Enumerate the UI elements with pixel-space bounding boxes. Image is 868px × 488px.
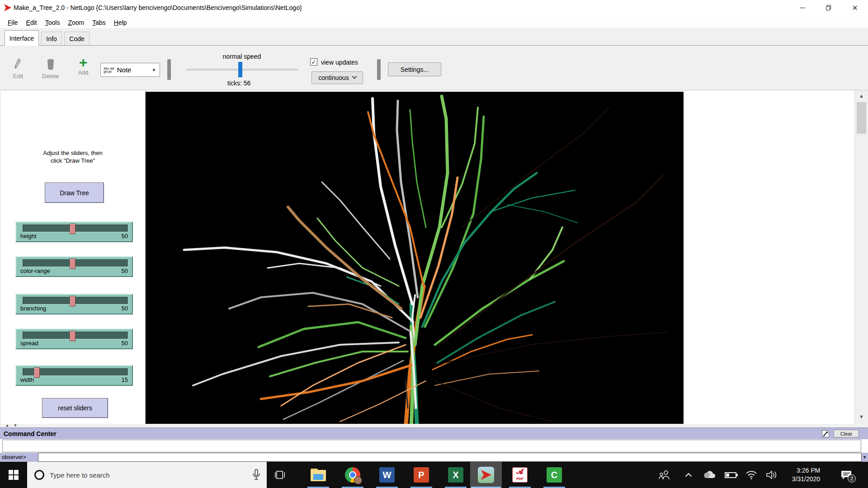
command-input[interactable] [38,453,862,462]
acrobat-pdf-icon: 𝓐PDF [512,467,528,483]
scroll-up-icon[interactable]: ▲ [855,93,868,99]
delete-widget-button[interactable]: Delete [39,57,62,80]
slider-branching[interactable]: branching 50 [15,294,133,314]
widget-type-dropdown[interactable]: Abc def ghi jkl Note ▼ [100,63,160,77]
tab-code[interactable]: Code [64,32,90,46]
vertical-scrollbar[interactable]: ▲ ▼ [854,90,868,424]
menu-edit[interactable]: Edit [22,18,41,28]
wifi-button[interactable] [742,462,760,488]
view-updates-checkbox[interactable]: ✓ [310,58,317,66]
slider-handle[interactable] [70,224,75,234]
instructions-note: Adjust the sliders, then click "Draw Tre… [9,149,136,164]
slider-handle[interactable] [70,331,75,341]
netlogo-button[interactable] [470,462,502,488]
settings-button[interactable]: Settings... [388,62,441,76]
interface-side-panel: Adjust the sliders, then click "Draw Tre… [0,90,146,424]
slider-handle[interactable] [34,367,40,378]
splitter-up-icon[interactable]: ▲ [5,423,9,427]
file-explorer-button[interactable] [304,462,333,488]
slider-handle[interactable] [70,258,75,269]
command-center-header: Command Center Clear [0,427,868,439]
clear-button[interactable]: Clear [834,430,859,437]
tray-expand-button[interactable] [680,462,697,488]
chevron-down-icon: ▼ [152,68,156,72]
chrome-button[interactable] [338,462,367,488]
task-view-button[interactable] [269,462,291,488]
toolbar-separator [377,59,381,80]
scroll-thumb[interactable] [857,102,866,134]
people-button[interactable] [655,462,675,488]
view-updates-label: view updates [321,59,358,66]
onedrive-button[interactable] [701,462,719,488]
window-title: Make_a_Tree_2.0 - NetLogo {C:\Users\larr… [14,4,302,11]
slider-spread[interactable]: spread 50 [15,328,133,349]
microphone-icon[interactable] [252,469,260,481]
tab-bar: Interface Info Code [0,29,868,45]
wifi-icon [745,470,757,479]
powerpoint-button[interactable]: P [407,462,436,488]
interface-toolbar: Edit Delete + Add Abc def ghi jkl Note ▼… [0,45,868,90]
onedrive-cloud-icon [703,471,716,479]
menu-tools[interactable]: Tools [41,18,64,28]
clock[interactable]: 3:26 PM 3/31/2020 [781,462,831,488]
acrobat-button[interactable]: 𝓐PDF [505,462,534,488]
slider-width[interactable]: width 15 [15,365,133,386]
camtasia-button[interactable]: C [540,462,569,488]
edit-widget-button[interactable]: Edit [8,57,28,80]
menu-file[interactable]: File [4,18,22,28]
reset-sliders-button[interactable]: reset sliders [42,398,108,418]
tab-info[interactable]: Info [41,32,62,46]
tree-canvas-svg [146,92,684,424]
note-text-icon: Abc def ghi jkl [104,67,114,73]
netlogo-icon [478,467,494,483]
command-center-output[interactable] [2,440,861,452]
speed-slider-track[interactable] [187,69,298,70]
close-button[interactable]: × [842,0,868,15]
slider-handle[interactable] [70,296,75,306]
notification-badge: 2 [848,474,856,483]
slider-track[interactable] [23,297,128,305]
start-button[interactable] [0,462,27,488]
excel-icon: X [448,467,463,483]
command-line-row: observer> ▼ [0,453,868,462]
title-bar: Make_a_Tree_2.0 - NetLogo {C:\Users\larr… [0,0,868,17]
tab-interface[interactable]: Interface [5,30,39,46]
task-view-icon [275,469,286,480]
pencil-icon [13,57,23,71]
update-mode-dropdown[interactable]: continuous [311,71,363,84]
restore-button[interactable] [816,0,842,15]
volume-button[interactable] [762,462,781,488]
menu-zoom[interactable]: Zoom [64,18,88,28]
slider-color-range[interactable]: color-range 50 [15,256,133,277]
battery-button[interactable] [721,462,740,488]
command-center-splitter[interactable]: ▲ ▼ [0,424,868,427]
windows-logo-icon [9,470,19,480]
world-view-canvas[interactable] [146,92,684,424]
draw-tree-button[interactable]: Draw Tree [45,183,104,203]
word-icon: W [379,467,395,483]
plus-icon: + [73,56,93,69]
battery-icon [725,472,736,478]
word-button[interactable]: W [373,462,401,488]
menu-tabs[interactable]: Tabs [88,18,110,28]
slider-height[interactable]: height 50 [15,221,133,242]
speed-slider-handle[interactable] [238,62,242,77]
splitter-down-icon[interactable]: ▼ [14,423,17,427]
excel-button[interactable]: X [441,462,470,488]
scroll-down-icon[interactable]: ▼ [855,414,868,419]
taskbar-search[interactable]: Type here to search [27,462,267,488]
menu-help[interactable]: Help [110,18,131,28]
expand-command-center-icon[interactable] [822,430,829,437]
add-widget-button[interactable]: + Add [73,56,93,76]
slider-track[interactable] [23,332,128,339]
slider-track[interactable] [23,225,128,232]
action-center-button[interactable]: 2 [833,462,860,488]
chevron-down-icon [352,74,357,79]
menu-bar: File Edit Tools Zoom Tabs Help [0,17,868,29]
minimize-button[interactable] [789,0,816,15]
history-dropdown-icon[interactable]: ▼ [863,455,867,460]
speed-label: normal speed [215,53,269,60]
netlogo-app-icon [4,4,12,12]
slider-track[interactable] [23,259,128,267]
slider-track[interactable] [23,368,128,376]
